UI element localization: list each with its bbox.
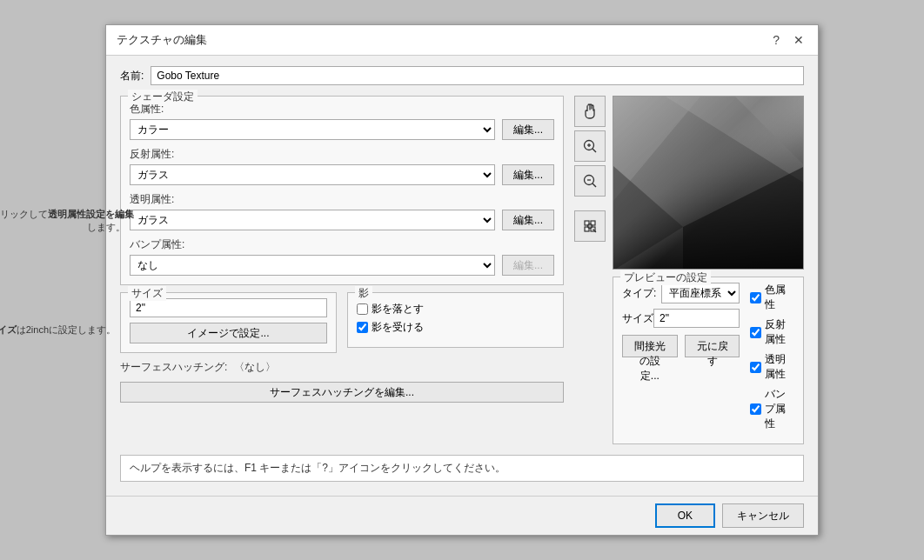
left-panel: シェーダ設定 色属性: カラー 編集... 反射属性: xyxy=(120,96,564,444)
receive-shadow-label: 影を受ける xyxy=(372,320,424,335)
fit-view-btn[interactable] xyxy=(574,210,606,242)
preview-color-label: 色属性 xyxy=(765,283,794,312)
preview-transparent-label: 透明属性 xyxy=(765,352,794,382)
right-panel: プレビューの設定 タイプ: 平面座標系 サイズ: xyxy=(574,96,804,444)
size-input[interactable] xyxy=(130,298,327,317)
preview-canvas xyxy=(613,96,804,270)
set-image-btn[interactable]: イメージで設定... xyxy=(130,323,327,343)
reflect-attr-edit-btn[interactable]: 編集... xyxy=(502,164,554,185)
main-content: シェーダ設定 色属性: カラー 編集... 反射属性: xyxy=(120,96,804,444)
hand-tool-btn[interactable] xyxy=(574,96,606,127)
preview-transparent-checkbox[interactable] xyxy=(750,362,761,373)
preview-settings-box: プレビューの設定 タイプ: 平面座標系 サイズ: xyxy=(613,277,804,444)
texture-edit-dialog: テクスチャの編集 ? ✕ 名前: シェーダ設定 色属性: xyxy=(105,24,819,536)
preview-bump-label: バンプ属性 xyxy=(765,387,794,431)
color-attr-select[interactable]: カラー xyxy=(130,119,495,140)
bump-attr-edit-btn[interactable]: 編集... xyxy=(502,255,554,276)
svg-point-11 xyxy=(588,224,593,229)
shader-group-title: シェーダ設定 xyxy=(128,90,198,104)
bump-attr-row: バンプ属性: なし 編集... xyxy=(130,237,554,276)
svg-marker-17 xyxy=(683,166,804,270)
shadow-group-title: 影 xyxy=(355,286,372,301)
color-attr-inline: カラー 編集... xyxy=(130,119,554,140)
preview-bump-row: バンプ属性 xyxy=(750,387,794,431)
preview-bump-checkbox[interactable] xyxy=(750,403,761,415)
preview-left: タイプ: 平面座標系 サイズ: 間接光 xyxy=(622,283,740,435)
size-tooltip: サイズは2inchに設定します。 xyxy=(0,323,116,337)
transparent-tooltip: クリックして透明属性設定を編集します。 xyxy=(0,208,125,234)
bump-attr-inline: なし 編集... xyxy=(130,255,554,276)
transparent-attr-edit-btn[interactable]: 編集... xyxy=(502,210,554,230)
zoom-in-btn[interactable] xyxy=(574,130,606,162)
reflect-attr-select[interactable]: ガラス xyxy=(130,164,495,185)
name-input[interactable] xyxy=(151,66,804,85)
tool-column xyxy=(574,96,606,444)
dialog-body: 名前: シェーダ設定 色属性: カラー 編集... xyxy=(106,56,818,496)
drop-shadow-checkbox[interactable] xyxy=(357,303,368,315)
receive-shadow-row: 影を受ける xyxy=(357,320,554,335)
reflect-attr-row: 反射属性: ガラス 編集... xyxy=(130,147,554,185)
svg-marker-16 xyxy=(613,97,700,201)
close-title-btn[interactable]: ✕ xyxy=(790,33,807,47)
shadow-groupbox: 影 影を落とす 影を受ける xyxy=(347,292,564,353)
bump-attr-label: バンプ属性: xyxy=(130,237,554,252)
preview-checkboxes: 色属性 反射属性 透明属性 xyxy=(750,283,794,435)
surface-hatching-value: 〈なし〉 xyxy=(234,360,276,375)
preview-type-label: タイプ: xyxy=(622,286,656,301)
dialog-title: テクスチャの編集 xyxy=(117,32,207,48)
receive-shadow-checkbox[interactable] xyxy=(357,322,368,333)
zoom-out-btn[interactable] xyxy=(574,165,606,197)
surface-hatching-edit-btn[interactable]: サーフェスハッチングを編集... xyxy=(120,382,564,403)
svg-marker-14 xyxy=(613,97,804,270)
bump-attr-select[interactable]: なし xyxy=(130,255,495,276)
title-bar: テクスチャの編集 ? ✕ xyxy=(106,25,818,56)
surface-hatching-btn-row: サーフェスハッチングを編集... xyxy=(120,382,564,403)
shadow-group-inner: 影 影を落とす 影を受ける xyxy=(347,292,564,348)
title-bar-controls: ? ✕ xyxy=(769,33,807,47)
preview-size-input[interactable] xyxy=(653,309,740,328)
transparent-attr-select[interactable]: ガラス xyxy=(130,210,495,230)
preview-size-row: サイズ: xyxy=(622,309,740,328)
preview-reflect-checkbox[interactable] xyxy=(750,327,761,338)
cancel-button[interactable]: キャンセル xyxy=(722,503,804,528)
preview-inner: タイプ: 平面座標系 サイズ: 間接光 xyxy=(622,283,794,435)
svg-rect-13 xyxy=(613,97,804,270)
svg-marker-15 xyxy=(666,97,804,183)
drop-shadow-row: 影を落とす xyxy=(357,302,554,317)
reflect-attr-inline: ガラス 編集... xyxy=(130,164,554,185)
transparent-attr-row: 透明属性: ガラス 編集... クリックして透明属性設定を編集します。 xyxy=(130,192,554,230)
preview-color-checkbox[interactable] xyxy=(750,292,761,303)
reflect-attr-label: 反射属性: xyxy=(130,147,554,162)
ok-button[interactable]: OK xyxy=(655,503,715,528)
shader-groupbox: シェーダ設定 色属性: カラー 編集... 反射属性: xyxy=(120,96,564,285)
svg-line-6 xyxy=(593,183,596,187)
preview-transparent-row: 透明属性 xyxy=(750,352,794,382)
name-row: 名前: xyxy=(120,66,804,85)
svg-line-3 xyxy=(593,149,596,152)
transparent-attr-inline: ガラス 編集... xyxy=(130,210,554,230)
preview-buttons-row: 間接光の設定... 元に戻す xyxy=(622,335,740,357)
color-attr-edit-btn[interactable]: 編集... xyxy=(502,119,554,140)
help-bar: ヘルプを表示するには、F1 キーまたは「?」アイコンをクリックしてください。 xyxy=(120,455,804,482)
help-bar-text: ヘルプを表示するには、F1 キーまたは「?」アイコンをクリックしてください。 xyxy=(130,462,506,474)
preview-size-label: サイズ: xyxy=(622,311,648,326)
size-group-inner: サイズ イメージで設定... xyxy=(120,292,337,353)
surface-hatching-row: サーフェスハッチング: 〈なし〉 xyxy=(120,360,564,375)
name-label: 名前: xyxy=(120,69,144,83)
svg-marker-18 xyxy=(613,166,683,270)
lower-section: サイズは2inchに設定します。 サイズ イメージで設定... 影 xyxy=(120,292,564,353)
preview-type-select[interactable]: 平面座標系 xyxy=(661,283,740,303)
preview-reflect-label: 反射属性 xyxy=(765,317,794,347)
size-groupbox: サイズ イメージで設定... xyxy=(120,292,337,353)
color-attr-row: 色属性: カラー 編集... xyxy=(130,102,554,140)
preview-type-row: タイプ: 平面座標系 xyxy=(622,283,740,303)
dialog-footer: OK キャンセル xyxy=(106,496,818,535)
transparent-attr-label: 透明属性: xyxy=(130,192,554,207)
preview-color-row: 色属性 xyxy=(750,283,794,312)
surface-hatching-label: サーフェスハッチング: xyxy=(120,360,227,375)
preview-settings-title: プレビューの設定 xyxy=(620,270,711,285)
size-group-title: サイズ xyxy=(128,286,166,301)
help-title-btn[interactable]: ? xyxy=(769,33,783,47)
indirect-light-btn[interactable]: 間接光の設定... xyxy=(622,335,678,357)
reset-btn[interactable]: 元に戻す xyxy=(685,335,740,357)
